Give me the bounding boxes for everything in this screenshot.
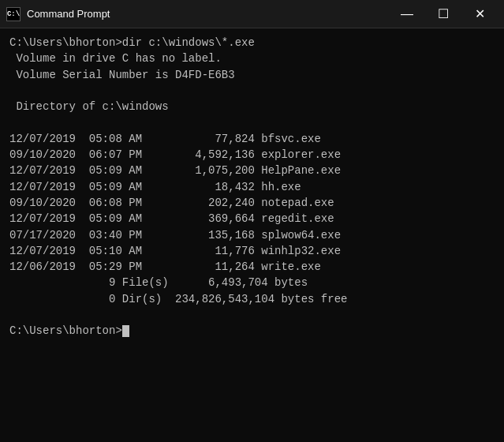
file-entry: 12/07/2019 05:09 AM 1,075,200 HelpPane.e…	[9, 164, 341, 177]
serial-number: Volume Serial Number is D4FD-E6B3	[9, 69, 235, 81]
file-entry: 07/17/2020 03:40 PM 135,168 splwow64.exe	[9, 229, 341, 242]
app-icon-label: C:\	[7, 10, 20, 18]
window-controls: — ☐ ✕	[389, 0, 498, 28]
dir-summary: 0 Dir(s) 234,826,543,104 bytes free	[9, 293, 347, 305]
cmd-window: C:\ Command Prompt — ☐ ✕ C:\Users\bhorto…	[0, 0, 504, 442]
final-prompt: C:\Users\bhorton>	[9, 324, 122, 337]
title-bar: C:\ Command Prompt — ☐ ✕	[0, 0, 504, 28]
volume-label: Volume in drive C has no label.	[9, 52, 222, 65]
command-input: C:\Users\bhorton>dir c:\windows\*.exe	[9, 36, 255, 49]
app-icon: C:\	[6, 7, 21, 21]
file-entry: 09/10/2020 06:08 PM 202,240 notepad.exe	[9, 197, 334, 209]
file-entry: 12/07/2019 05:10 AM 11,776 winhlp32.exe	[9, 245, 341, 257]
cursor-block	[122, 325, 129, 337]
file-entry: 12/07/2019 05:08 AM 77,824 bfsvc.exe	[9, 133, 321, 145]
console-output: C:\Users\bhorton>dir c:\windows\*.exe Vo…	[0, 28, 504, 442]
directory-header: Directory of c:\windows	[9, 100, 169, 113]
maximize-button[interactable]: ☐	[425, 0, 461, 28]
file-entry: 12/07/2019 05:09 AM 18,432 hh.exe	[9, 181, 301, 193]
window-title: Command Prompt	[27, 8, 389, 20]
close-button[interactable]: ✕	[461, 0, 498, 28]
file-entry: 09/10/2020 06:07 PM 4,592,136 explorer.e…	[9, 148, 341, 161]
minimize-button[interactable]: —	[389, 0, 425, 28]
file-summary: 9 File(s) 6,493,704 bytes	[9, 276, 308, 289]
file-entry: 12/07/2019 05:09 AM 369,664 regedit.exe	[9, 212, 334, 225]
file-entry: 12/06/2019 05:29 PM 11,264 write.exe	[9, 260, 321, 273]
